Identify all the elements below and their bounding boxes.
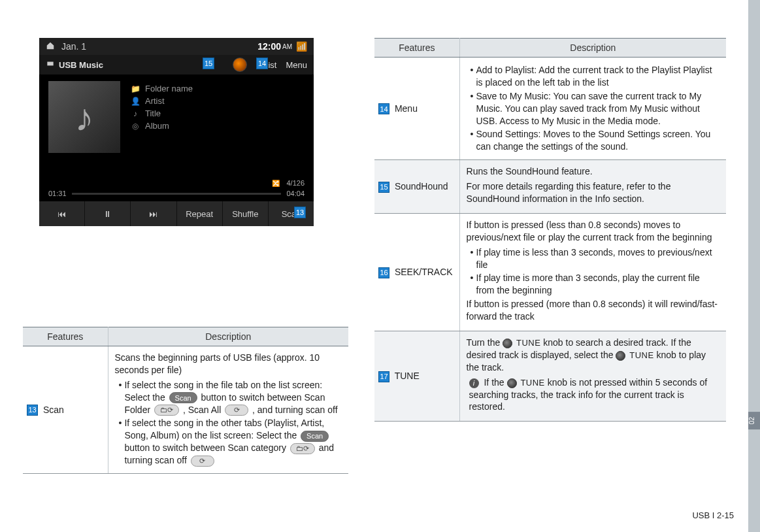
bullet-dot: • — [471, 272, 474, 297]
tune-knob-label: TUNE — [516, 338, 540, 348]
text: Turn the — [467, 337, 503, 348]
tune-info-note: i If the TUNE knob is not pressed within… — [467, 376, 719, 414]
chapter-side-strip: 02 — [748, 0, 760, 532]
scan-all-icon: ⟳ — [225, 405, 248, 416]
title-icon: ♪ — [131, 109, 140, 118]
scan-intro: Scans the beginning parts of USB files (… — [115, 352, 342, 376]
callout-13: 13 — [294, 207, 306, 218]
scan-pill-button: Scan — [301, 431, 329, 442]
table-row: 13 Scan Scans the beginning parts of USB… — [23, 346, 348, 474]
elapsed-time: 01:31 — [48, 190, 67, 197]
usb-icon — [46, 59, 55, 71]
scan-bullet-2: If select the song in the other tabs (Pl… — [124, 417, 342, 467]
text: , and turning scan off — [252, 405, 338, 415]
seek-p2: If button is pressed (more than 0.8 seco… — [467, 298, 719, 323]
status-ampm: AM — [282, 43, 292, 50]
tune-knob-label: TUNE — [520, 378, 544, 388]
svg-rect-0 — [47, 61, 53, 65]
seek-p1: If button is pressed (less than 0.8 seco… — [467, 219, 719, 244]
feature-name-soundhound: SoundHound — [395, 181, 448, 191]
status-date: Jan. 1 — [61, 41, 86, 52]
table-header-description: Description — [459, 39, 726, 58]
seek-bullet-1: If play time is less than 3 seconds, mov… — [476, 246, 720, 271]
callout-14: 14 — [256, 58, 268, 69]
soundhound-icon[interactable] — [233, 58, 247, 72]
menu-bullet-2: Save to My Music: You can save the curre… — [476, 90, 720, 127]
bullet-dot: • — [119, 379, 122, 416]
status-bar: Jan. 1 12:00 AM 📶 — [39, 38, 314, 55]
chapter-number: 02 — [748, 412, 760, 429]
scan-category-icon: 🗀⟳ — [290, 443, 315, 454]
home-icon — [46, 41, 55, 52]
total-time: 04:04 — [286, 190, 305, 197]
artist-icon: 👤 — [131, 97, 140, 106]
table-row: 17 TUNE Turn the TUNE knob to search a d… — [374, 331, 726, 422]
album-icon: ◎ — [131, 122, 140, 131]
bullet-dot: • — [471, 246, 474, 271]
table-header-features: Features — [23, 327, 108, 346]
menu-bullet-3: Sound Settings: Moves to the Sound Setti… — [476, 128, 720, 153]
next-button[interactable]: ⏭ — [131, 201, 176, 226]
scan-bullet-1: If select the song in the file tab on th… — [124, 379, 342, 416]
prev-button[interactable]: ⏮ — [39, 201, 85, 226]
tune-knob-label: TUNE — [629, 350, 653, 360]
folder-name: Folder name — [145, 84, 193, 93]
text: If the — [484, 377, 506, 388]
page-footer-label: USB I 2-15 — [692, 510, 734, 520]
row-callout-15: 15 — [378, 182, 389, 193]
callout-15: 15 — [203, 58, 214, 69]
feature-name-seektrack: SEEK/TRACK — [395, 267, 453, 277]
tune-paragraph: Turn the TUNE knob to search a desired t… — [467, 337, 719, 374]
track-metadata: 📁Folder name 👤Artist ♪Title ◎Album — [131, 81, 305, 179]
text: button to switch between Scan category — [124, 442, 288, 453]
status-time: 12:00 — [257, 41, 281, 52]
soundhound-p1: Runs the SoundHound feature. — [467, 165, 719, 178]
progress-bar[interactable] — [72, 193, 282, 195]
table-row: 15 SoundHound Runs the SoundHound featur… — [374, 160, 726, 214]
source-bar: USB Music ≡ List Menu — [39, 55, 314, 75]
soundhound-p2: For more details regarding this feature,… — [467, 180, 719, 205]
table-header-description: Description — [108, 327, 348, 346]
folder-icon: 📁 — [131, 84, 140, 93]
menu-button[interactable]: Menu — [286, 60, 307, 70]
table-row: 16 SEEK/TRACK If button is pressed (less… — [374, 213, 726, 331]
bullet-dot: • — [471, 64, 474, 89]
track-counter: 4/126 — [286, 179, 305, 187]
tune-knob-icon — [616, 351, 625, 361]
table-header-features: Features — [374, 39, 459, 58]
menu-bullet-1: Add to Playlist: Add the current track t… — [476, 64, 720, 89]
album-name: Album — [145, 121, 169, 131]
feature-name-menu: Menu — [395, 103, 418, 114]
feature-name-tune: TUNE — [395, 371, 420, 381]
row-callout-17: 17 — [378, 371, 389, 382]
signal-icon: 📶 — [296, 41, 307, 52]
album-art-placeholder: ♪ — [48, 81, 120, 153]
right-features-table: Features Description 14 Menu •Add to Pla… — [374, 38, 726, 422]
row-callout-13: 13 — [27, 405, 38, 416]
seek-bullet-2: If play time is more than 3 seconds, pla… — [476, 272, 720, 297]
text: , Scan All — [183, 405, 223, 415]
pause-button[interactable]: ⏸ — [85, 201, 131, 226]
scan-off-icon: ⟳ — [191, 456, 214, 467]
table-row: 14 Menu •Add to Playlist: Add the curren… — [374, 58, 726, 160]
tune-knob-icon — [507, 378, 517, 388]
repeat-button[interactable]: Repeat — [177, 201, 223, 226]
feature-name-scan: Scan — [43, 405, 64, 415]
bullet-dot: • — [471, 90, 474, 127]
scan-folder-icon: 🗀⟳ — [154, 405, 179, 416]
info-icon: i — [469, 378, 479, 388]
bullet-dot: • — [119, 417, 122, 467]
scan-button[interactable]: Scan — [269, 201, 314, 226]
row-callout-14: 14 — [378, 103, 389, 114]
playback-controls: ⏮ ⏸ ⏭ Repeat Shuffle Scan — [39, 201, 314, 226]
track-title: Title — [145, 108, 161, 118]
tune-knob-icon — [503, 339, 512, 348]
scan-pill-button: Scan — [169, 392, 197, 403]
head-unit-screenshot: Jan. 1 12:00 AM 📶 USB Music ≡ List Menu … — [39, 38, 314, 208]
shuffle-button[interactable]: Shuffle — [223, 201, 269, 226]
row-callout-16: 16 — [378, 267, 389, 278]
bullet-dot: • — [471, 128, 474, 153]
artist-name: Artist — [145, 96, 165, 106]
source-label: USB Music — [59, 60, 103, 70]
left-features-table: Features Description 13 Scan Scans the b… — [23, 327, 348, 474]
